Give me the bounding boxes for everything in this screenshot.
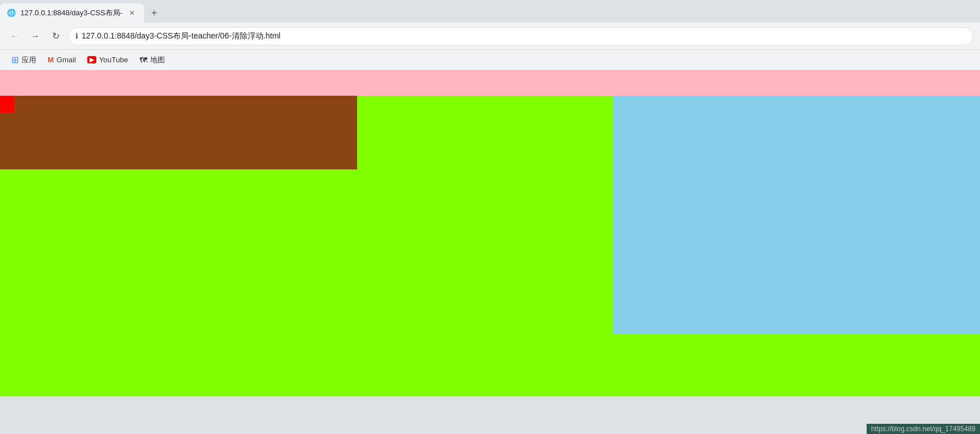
new-tab-button[interactable]: + — [146, 5, 162, 21]
active-tab[interactable]: 🌐 127.0.0.1:8848/day3-CSS布局- ✕ — [0, 3, 144, 23]
bookmarks-bar: ⊞ 应用 M Gmail ▶ YouTube 🗺 地图 — [0, 50, 980, 70]
bookmark-gmail[interactable]: M Gmail — [43, 54, 80, 66]
pink-section — [0, 70, 980, 96]
bookmark-apps-label: 应用 — [22, 55, 36, 65]
bookmark-gmail-label: Gmail — [57, 56, 76, 64]
bookmark-maps-label: 地图 — [150, 55, 165, 65]
lock-icon: ℹ — [75, 32, 78, 40]
green-container — [0, 96, 980, 396]
forward-button[interactable]: → — [27, 28, 43, 44]
address-bar-row: ← → ↻ ℹ 127.0.0.1:8848/day3-CSS布局-teache… — [0, 23, 980, 50]
maps-icon: 🗺 — [139, 56, 147, 65]
bookmark-maps[interactable]: 🗺 地图 — [135, 53, 169, 67]
browser-window: 🌐 127.0.0.1:8848/day3-CSS布局- ✕ + ← → ↻ ℹ… — [0, 0, 980, 396]
tab-bar: 🌐 127.0.0.1:8848/day3-CSS布局- ✕ + — [0, 0, 980, 23]
bookmark-apps[interactable]: ⊞ 应用 — [7, 53, 41, 67]
tab-close-button[interactable]: ✕ — [127, 8, 137, 18]
bookmark-youtube[interactable]: ▶ YouTube — [83, 54, 133, 66]
address-box[interactable]: ℹ 127.0.0.1:8848/day3-CSS布局-teacher/06-清… — [68, 27, 973, 45]
reload-button[interactable]: ↻ — [48, 28, 63, 44]
tab-favicon: 🌐 — [7, 8, 16, 18]
back-button[interactable]: ← — [7, 28, 23, 44]
youtube-icon: ▶ — [87, 56, 96, 63]
apps-icon: ⊞ — [11, 54, 19, 65]
page-content — [0, 70, 980, 396]
gmail-icon: M — [48, 56, 54, 64]
brown-box — [0, 96, 357, 169]
red-box — [0, 96, 14, 113]
bookmark-youtube-label: YouTube — [99, 56, 128, 64]
blue-box — [613, 96, 980, 334]
tab-title: 127.0.0.1:8848/day3-CSS布局- — [20, 8, 122, 18]
address-text: 127.0.0.1:8848/day3-CSS布局-teacher/06-清除浮… — [82, 31, 966, 41]
